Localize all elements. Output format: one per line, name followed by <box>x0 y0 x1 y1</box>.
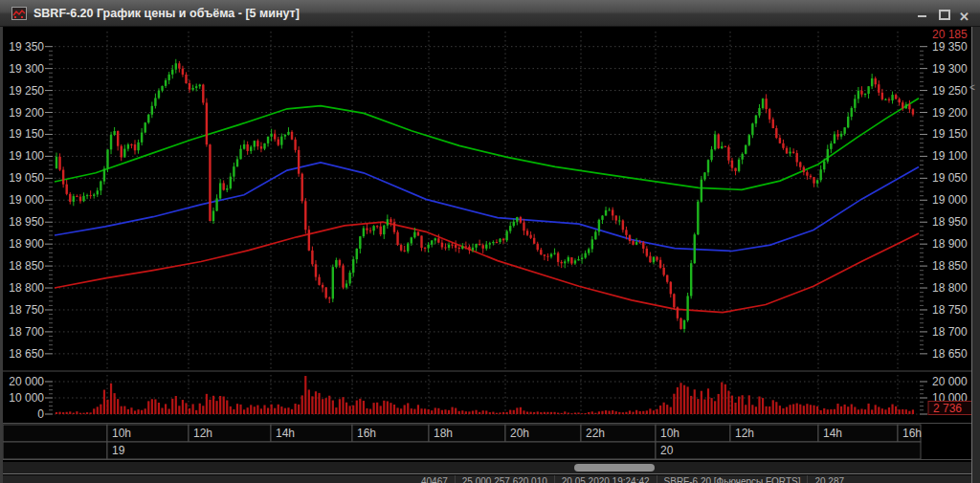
candle-body <box>816 180 818 183</box>
volume-bar <box>114 393 116 414</box>
scrollbar-thumb[interactable] <box>574 464 655 472</box>
volume-bar <box>424 408 426 414</box>
status-segment: 40467 <box>421 475 448 483</box>
volume-bar <box>533 412 535 414</box>
maximize-icon[interactable] <box>938 8 949 19</box>
volume-bar <box>97 406 99 414</box>
volume-bar <box>751 405 753 414</box>
hour-label: 14h <box>276 427 295 440</box>
title-bar[interactable]: SBRF-6.20 График цены и объёма - [5 мину… <box>0 0 980 27</box>
volume-bar <box>489 412 491 414</box>
time-axis[interactable]: 10h12h14h16h18h20h22h10h12h14h16h1920 <box>3 425 922 459</box>
candle-body <box>635 242 637 245</box>
candlestick-chart-icon[interactable] <box>11 7 27 20</box>
chart-canvas[interactable]: 19 35019 35019 30019 30019 25019 25019 2… <box>0 0 980 483</box>
volume-bar <box>899 409 901 414</box>
price-axis-label: 19 100 <box>9 149 44 163</box>
candle-body <box>301 174 303 202</box>
price-axis-label: 18 950 <box>9 215 44 229</box>
volume-bar <box>581 413 583 414</box>
candle-body <box>390 219 391 222</box>
volume-bar <box>888 407 890 414</box>
volume-bar <box>339 399 341 414</box>
volume-bar <box>342 397 344 414</box>
volume-bar <box>117 399 119 414</box>
candle-body <box>223 183 225 189</box>
candle-body <box>605 210 607 216</box>
hour-label: 18h <box>434 427 453 440</box>
volume-bar <box>103 390 105 414</box>
volume-bar <box>267 407 269 414</box>
candle-body <box>413 232 415 238</box>
price-axis-label: 18 700 <box>932 325 968 339</box>
volume-bar <box>758 397 760 414</box>
volume-bar <box>212 396 214 414</box>
volume-bar <box>110 384 112 414</box>
hour-label: 16h <box>357 427 376 440</box>
candle-body <box>775 128 777 138</box>
candle-body <box>670 282 672 295</box>
volume-bar <box>236 404 238 414</box>
candle-body <box>489 243 491 244</box>
hour-label: 10h <box>112 427 131 440</box>
candle-body <box>908 104 910 109</box>
volume-bar <box>782 408 784 414</box>
volume-bar <box>345 403 347 414</box>
candle-body <box>867 86 869 94</box>
window-title: SBRF-6.20 График цены и объёма - [5 мину… <box>33 7 300 20</box>
volume-bar <box>62 412 64 414</box>
date-cell[interactable] <box>107 442 656 459</box>
date-cell[interactable] <box>656 442 921 459</box>
candle-body <box>130 144 132 145</box>
price-axis-label: 19 350 <box>9 40 44 54</box>
volume-bar <box>141 410 143 414</box>
volume-bar <box>298 405 300 414</box>
candle-body <box>598 220 600 232</box>
volume-bar <box>223 397 225 414</box>
volume-bar <box>721 383 723 414</box>
volume-bar <box>772 400 774 414</box>
volume-bar <box>161 407 163 414</box>
candle-body <box>387 219 389 225</box>
volume-bar <box>615 411 617 414</box>
volume-bar <box>455 408 457 414</box>
volume-bar <box>352 406 354 414</box>
candle-body <box>202 85 204 103</box>
candle-body <box>858 91 859 99</box>
volume-bar <box>629 410 631 414</box>
status-divider <box>455 475 456 483</box>
candle-body <box>786 148 788 154</box>
volume-bar <box>520 407 522 414</box>
time-cell[interactable] <box>3 425 107 442</box>
candle-body <box>537 244 539 250</box>
candle-body <box>499 239 501 242</box>
volume-bar <box>830 409 832 414</box>
candle-body <box>618 220 620 221</box>
horizontal-scrollbar[interactable] <box>3 462 971 474</box>
price-axis-label: 18 850 <box>932 259 968 273</box>
candle-body <box>789 152 791 154</box>
candle-body <box>823 162 825 169</box>
volume-bar <box>199 404 201 414</box>
close-icon[interactable]: ✕ <box>959 8 970 19</box>
minimize-icon[interactable] <box>917 8 928 19</box>
candle-body <box>697 202 699 234</box>
date-cell[interactable] <box>3 442 107 459</box>
volume-bar <box>189 408 190 414</box>
candle-body <box>356 249 358 259</box>
volume-bar <box>632 412 634 414</box>
hour-label: 20h <box>510 427 529 440</box>
hour-label: 22h <box>586 427 605 440</box>
volume-bar <box>858 409 859 414</box>
volume-bar <box>591 411 593 414</box>
candle-body <box>553 253 555 254</box>
candle-body <box>145 122 146 132</box>
candle-body <box>311 251 313 264</box>
volume-bar <box>523 410 524 414</box>
candle-body <box>632 241 634 245</box>
panel-collapse-arrow[interactable]: < <box>969 82 975 93</box>
volume-bar <box>902 409 903 414</box>
candle-body <box>895 95 897 99</box>
price-axis-label: 19 250 <box>932 84 968 98</box>
candle-body <box>686 296 688 320</box>
